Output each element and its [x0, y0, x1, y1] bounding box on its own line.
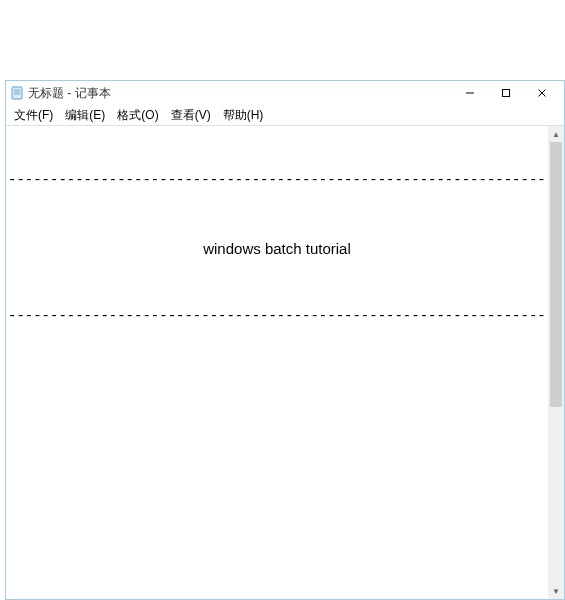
window-controls — [452, 82, 560, 104]
menu-file[interactable]: 文件(F) — [8, 105, 59, 126]
menu-help[interactable]: 帮助(H) — [217, 105, 270, 126]
notepad-window: 无标题 - 记事本 文件(F) 编辑(E) 格式(O) 查看(V) 帮助(H) … — [5, 80, 565, 600]
titlebar[interactable]: 无标题 - 记事本 — [6, 81, 564, 105]
content-wrap: ----------------------------------------… — [6, 125, 564, 599]
close-button[interactable] — [524, 82, 560, 104]
scroll-thumb[interactable] — [550, 142, 562, 407]
menu-view[interactable]: 查看(V) — [165, 105, 217, 126]
content-line: ----------------------------------------… — [8, 306, 546, 328]
svg-rect-0 — [12, 87, 22, 99]
maximize-button[interactable] — [488, 82, 524, 104]
content-line: ----------------------------------------… — [8, 170, 546, 192]
menu-edit[interactable]: 编辑(E) — [59, 105, 111, 126]
vertical-scrollbar[interactable]: ▲ ▼ — [548, 126, 564, 599]
svg-rect-5 — [503, 90, 510, 97]
scroll-up-icon[interactable]: ▲ — [548, 126, 564, 142]
content-title: windows batch tutorial — [8, 235, 546, 262]
text-area[interactable]: ----------------------------------------… — [6, 126, 548, 599]
scroll-down-icon[interactable]: ▼ — [548, 583, 564, 599]
minimize-button[interactable] — [452, 82, 488, 104]
notepad-icon — [10, 86, 24, 100]
scroll-track[interactable] — [548, 142, 564, 583]
menubar: 文件(F) 编辑(E) 格式(O) 查看(V) 帮助(H) — [6, 105, 564, 125]
window-title: 无标题 - 记事本 — [28, 85, 452, 102]
menu-format[interactable]: 格式(O) — [111, 105, 164, 126]
